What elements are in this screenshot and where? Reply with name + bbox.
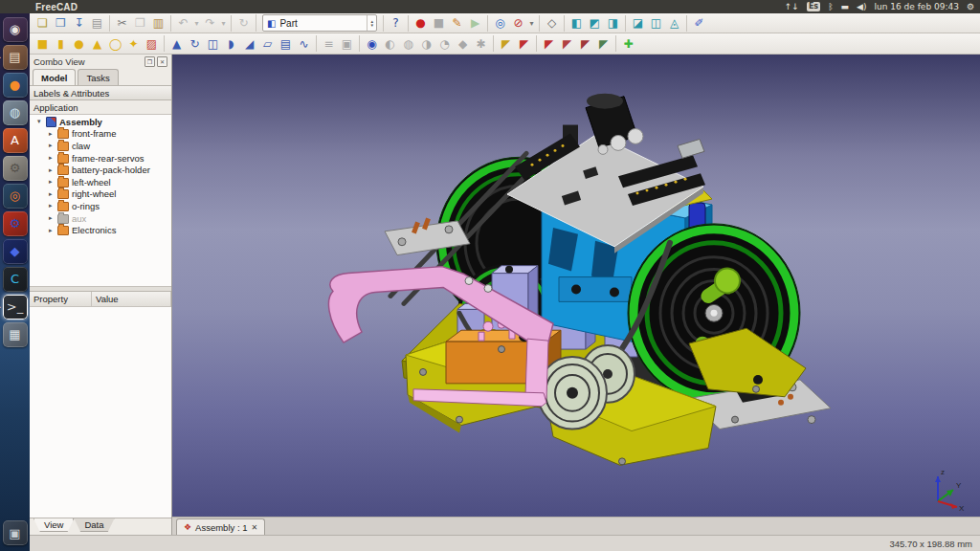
expander-icon[interactable]: ▸ — [49, 178, 57, 186]
macro-stop-icon[interactable]: ■ — [430, 15, 448, 32]
make-compound-icon[interactable]: ◉ — [363, 35, 381, 52]
offset-icon[interactable]: ≡ — [320, 35, 338, 52]
refresh-icon[interactable]: ↻ — [234, 15, 253, 32]
tree-item-right-wheel[interactable]: ▸right-wheel — [30, 188, 171, 201]
undo-icon[interactable]: ↶ — [174, 15, 192, 32]
reverse-shapes-icon[interactable]: ◤ — [515, 35, 533, 52]
launcher-software-center-icon[interactable]: A — [3, 128, 28, 153]
copy-icon[interactable]: ❐ — [131, 15, 149, 32]
measure-edge-icon[interactable]: ✐ — [690, 15, 708, 32]
refine-shape-icon[interactable]: ◤ — [558, 35, 576, 52]
launcher-cura-icon[interactable]: C — [3, 267, 28, 292]
property-column-header[interactable]: Property — [30, 292, 92, 306]
undo-menu-icon[interactable]: ▾ — [192, 15, 201, 32]
tab-view[interactable]: View — [33, 518, 74, 532]
part-torus-icon[interactable]: ◯ — [106, 35, 124, 52]
tree-item-electronics[interactable]: ▸Electronics — [30, 224, 171, 236]
expander-icon[interactable]: ▸ — [49, 214, 57, 222]
cross-sections-icon[interactable]: ◔ — [435, 35, 454, 52]
tree-item-assembly[interactable]: ▾ Assembly — [30, 116, 171, 128]
view-right-icon[interactable]: ◨ — [604, 15, 622, 32]
launcher-terminal-icon[interactable]: >_▶ — [3, 295, 28, 320]
close-document-icon[interactable]: ✕ — [251, 523, 257, 532]
launcher-firefox-icon[interactable]: ● — [3, 73, 28, 98]
part-cone-icon[interactable]: ▲ — [88, 35, 106, 52]
macro-record-icon[interactable]: ● — [412, 15, 430, 32]
launcher-trash-icon[interactable]: ▣ — [3, 520, 28, 545]
thickness-icon[interactable]: ▣ — [338, 35, 356, 52]
close-panel-button[interactable]: ✕ — [157, 56, 167, 67]
clock[interactable]: lun 16 de feb 09:43 — [875, 2, 959, 11]
tree-item-o-rings[interactable]: ▸o-rings — [30, 200, 171, 212]
launcher-files-icon[interactable]: ▤▶ — [3, 45, 28, 70]
sweep-icon[interactable]: ∿ — [295, 35, 313, 52]
revolve-icon[interactable]: ↻ — [186, 35, 204, 52]
expander-icon[interactable]: ▸ — [49, 202, 57, 209]
redo-menu-icon[interactable]: ▾ — [219, 15, 228, 32]
launcher-archive-manager-icon[interactable]: ▦ — [3, 322, 28, 347]
launcher-freecad-icon[interactable]: ⚙ — [3, 211, 28, 236]
boolean-intersection-icon[interactable]: ◑ — [417, 35, 435, 52]
zoom-fit-all-icon[interactable]: ◎ — [491, 15, 509, 32]
tab-tasks[interactable]: Tasks — [78, 69, 118, 85]
part-primitives-icon[interactable]: ✦ — [124, 35, 143, 52]
launcher-chromium-icon[interactable]: ◍ — [3, 100, 28, 125]
expander-icon[interactable]: ▸ — [49, 142, 57, 149]
tree-item-battery-pack-holder[interactable]: ▸battery-pack-holder — [30, 164, 171, 176]
keyboard-layout-indicator[interactable]: Es — [807, 2, 820, 11]
extrude-icon[interactable]: ▲ — [167, 35, 186, 52]
part-cylinder-icon[interactable]: ▮ — [52, 35, 70, 52]
launcher-blue-app-icon[interactable]: ◆ — [3, 239, 28, 264]
macro-run-icon[interactable]: ▶ — [466, 15, 484, 32]
macro-edit-icon[interactable]: ✎ — [448, 15, 466, 32]
open-folder-icon[interactable]: ❒ — [52, 15, 70, 32]
session-gear-icon[interactable]: ⚙ — [967, 2, 974, 11]
add-item-icon[interactable]: ✚ — [619, 35, 637, 52]
loft-icon[interactable]: ▤ — [277, 35, 295, 52]
tab-model[interactable]: Model — [33, 69, 76, 85]
view-left-icon[interactable]: ◬ — [665, 15, 683, 32]
expander-icon[interactable]: ▸ — [49, 154, 57, 162]
bluetooth-icon[interactable]: ᛒ — [828, 2, 833, 11]
expander-icon[interactable]: ▸ — [49, 166, 57, 174]
tree-item-claw[interactable]: ▸claw — [30, 140, 171, 152]
cut-scissors-icon[interactable]: ✂ — [113, 15, 131, 32]
launcher-system-settings-icon[interactable]: ⚙ — [3, 156, 28, 181]
boolean-cut-icon[interactable]: ◐ — [381, 35, 399, 52]
battery-icon[interactable]: ▬ — [841, 2, 850, 11]
launcher-blender-icon[interactable]: ◎ — [3, 184, 28, 209]
paste-clipboard-icon[interactable]: ▥ — [149, 15, 167, 32]
boolean-operation-icon[interactable]: ◆ — [454, 35, 472, 52]
convert-to-solid-icon[interactable]: ◤ — [497, 35, 515, 52]
part-sphere-icon[interactable]: ● — [70, 35, 88, 52]
tree-item-front-frame[interactable]: ▸front-frame — [30, 128, 171, 141]
shape-from-mesh-icon[interactable]: ✱ — [472, 35, 490, 52]
tree-item-aux[interactable]: ▸aux — [30, 212, 171, 225]
workbench-selector[interactable]: ◧Part▴▾ — [262, 14, 377, 32]
network-icon[interactable]: ↑↓ — [785, 2, 799, 11]
draw-style-icon[interactable]: ⊘ — [509, 15, 527, 32]
validate-sketch-icon[interactable]: ◤ — [594, 35, 612, 52]
expander-icon[interactable]: ▸ — [49, 227, 57, 234]
draw-style-menu-icon[interactable]: ▾ — [527, 15, 536, 32]
part-box-icon[interactable]: ■ — [33, 35, 52, 52]
expander-icon[interactable]: ▾ — [37, 118, 46, 125]
print-icon[interactable]: ▤ — [88, 15, 106, 32]
ruled-surface-icon[interactable]: ▱ — [258, 35, 277, 52]
shape-builder-icon[interactable]: ▨ — [143, 35, 161, 52]
launcher-dash-icon[interactable]: ◉ — [3, 17, 28, 42]
workbench-spinner-icon[interactable]: ▴▾ — [367, 15, 376, 31]
tab-data[interactable]: Data — [74, 518, 114, 532]
boolean-union-icon[interactable]: ◍ — [399, 35, 417, 52]
defeaturing-icon[interactable]: ◤ — [576, 35, 594, 52]
check-geometry-icon[interactable]: ◤ — [540, 35, 558, 52]
view-bottom-icon[interactable]: ◫ — [647, 15, 665, 32]
3d-viewport[interactable]: z Y X — [172, 55, 980, 517]
chamfer-icon[interactable]: ◢ — [240, 35, 258, 52]
document-tab-assembly[interactable]: ❖ Assembly : 1 ✕ — [176, 518, 265, 535]
view-isometric-icon[interactable]: ◇ — [543, 15, 561, 32]
view-top-icon[interactable]: ◩ — [586, 15, 604, 32]
new-document-icon[interactable]: ❏ — [33, 15, 52, 32]
expander-icon[interactable]: ▸ — [49, 190, 57, 198]
whats-this-icon[interactable]: ? — [387, 15, 405, 32]
